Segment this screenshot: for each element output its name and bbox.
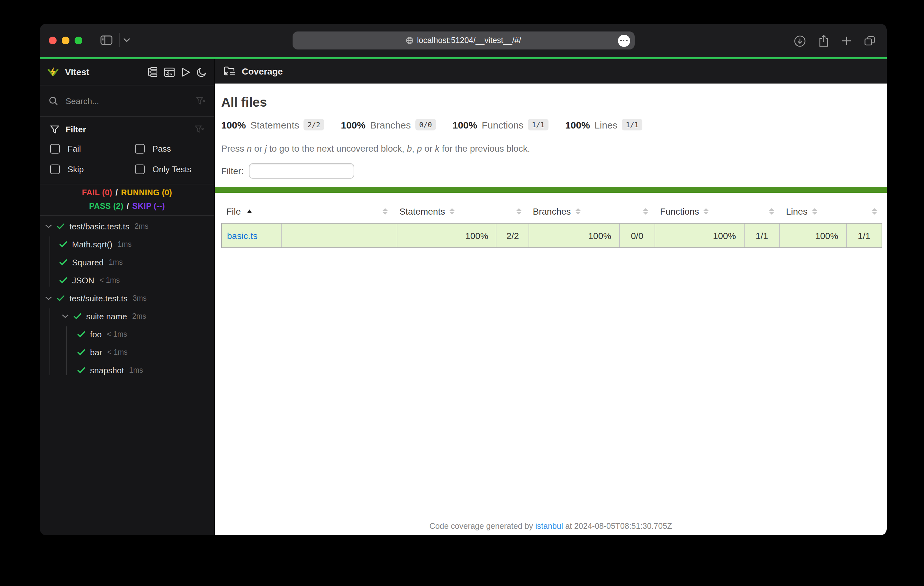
tree-item-test[interactable]: bar < 1ms bbox=[40, 343, 214, 361]
pass-check-icon bbox=[77, 331, 86, 337]
clear-filter-icon[interactable] bbox=[195, 125, 204, 133]
tree-item-test[interactable]: snapshot 1ms bbox=[40, 361, 214, 379]
stat-fraction-badge: 1/1 bbox=[528, 119, 548, 130]
stat-fraction-badge: 0/0 bbox=[416, 119, 436, 130]
downloads-icon[interactable] bbox=[794, 35, 806, 46]
checkbox-icon bbox=[50, 164, 60, 174]
pass-check-icon bbox=[59, 277, 68, 283]
tree-item-file[interactable]: test/basic.test.ts 2ms bbox=[40, 217, 214, 235]
sidebar-header: Vitest bbox=[40, 59, 214, 86]
tree-item-test[interactable]: Math.sqrt() 1ms bbox=[40, 235, 214, 253]
stat-percent: 100% bbox=[221, 119, 246, 130]
report-heading: All files bbox=[221, 95, 887, 110]
dashboard-icon[interactable] bbox=[164, 67, 175, 77]
chevron-down-icon[interactable] bbox=[45, 296, 52, 300]
tree-item-time: 1ms bbox=[129, 366, 143, 374]
tree-item-test[interactable]: foo < 1ms bbox=[40, 325, 214, 343]
tree-item-time: 1ms bbox=[109, 258, 122, 266]
pass-check-icon bbox=[59, 259, 68, 265]
tree-item-test[interactable]: JSON < 1ms bbox=[40, 271, 214, 289]
new-tab-icon[interactable] bbox=[842, 36, 851, 46]
istanbul-link[interactable]: istanbul bbox=[535, 522, 563, 531]
vitest-logo-icon bbox=[48, 66, 58, 77]
filter-section-title: Filter bbox=[66, 124, 188, 134]
sort-icon[interactable] bbox=[812, 208, 817, 215]
checkbox-label: Only Tests bbox=[152, 164, 191, 174]
search-input[interactable] bbox=[64, 95, 190, 106]
column-header-statements[interactable]: Statements bbox=[393, 206, 493, 217]
file-link[interactable]: basic.ts bbox=[222, 230, 257, 240]
column-header-functions[interactable]: Functions bbox=[653, 206, 743, 217]
run-all-icon[interactable] bbox=[182, 67, 190, 77]
tree-item-test[interactable]: Squared 1ms bbox=[40, 253, 214, 271]
coverage-table-header: File Statements bbox=[221, 204, 882, 219]
globe-icon bbox=[406, 37, 413, 44]
filter-funnel-icon bbox=[50, 125, 59, 133]
address-bar[interactable]: localhost:51204/__vitest__/#/ bbox=[292, 31, 634, 49]
tree-view-icon[interactable] bbox=[147, 67, 158, 77]
column-header-statements-raw[interactable] bbox=[493, 208, 526, 215]
sort-icon[interactable] bbox=[703, 208, 709, 215]
chevron-down-icon[interactable] bbox=[62, 314, 69, 318]
tree-item-label: test/suite.test.ts bbox=[40, 293, 128, 303]
checkbox-icon bbox=[135, 164, 145, 174]
column-header-lines-raw[interactable] bbox=[846, 208, 883, 215]
checkbox-label: Skip bbox=[68, 164, 84, 174]
url-text: localhost:51204/__vitest__/#/ bbox=[417, 36, 521, 45]
coverage-report: All files 100% Statements 2/2 100% Branc… bbox=[215, 84, 887, 535]
filter-checkbox-only-tests[interactable]: Only Tests bbox=[135, 161, 204, 177]
pass-count: PASS (2) bbox=[89, 202, 124, 211]
statements-raw-cell: 2/2 bbox=[497, 224, 530, 247]
skip-count: SKIP (--) bbox=[132, 202, 165, 211]
column-header-lines[interactable]: Lines bbox=[780, 206, 846, 217]
checkbox-icon bbox=[135, 143, 145, 153]
sort-icon[interactable] bbox=[872, 208, 877, 215]
stat-percent: 100% bbox=[341, 119, 366, 130]
app-title: Vitest bbox=[65, 67, 147, 77]
functions-pct-cell: 100% bbox=[655, 224, 744, 247]
tab-overview-icon[interactable] bbox=[864, 36, 875, 46]
column-header-functions-raw[interactable] bbox=[743, 208, 780, 215]
pass-check-icon bbox=[56, 295, 65, 301]
column-header-branches-raw[interactable] bbox=[617, 208, 653, 215]
filter-checkbox-fail[interactable]: Fail bbox=[50, 140, 135, 157]
sort-icon[interactable] bbox=[576, 208, 581, 215]
pass-check-icon bbox=[77, 367, 86, 373]
coverage-chart-cell bbox=[282, 224, 398, 247]
column-header-chart[interactable] bbox=[288, 208, 393, 215]
page-settings-button[interactable] bbox=[618, 35, 630, 46]
sort-icon[interactable] bbox=[383, 208, 388, 215]
tree-item-suite[interactable]: suite name 2ms bbox=[40, 307, 214, 325]
lines-pct-cell: 100% bbox=[780, 224, 846, 247]
sort-icon[interactable] bbox=[449, 208, 455, 215]
close-window-button[interactable] bbox=[49, 37, 56, 44]
sort-icon[interactable] bbox=[769, 208, 774, 215]
minimize-window-button[interactable] bbox=[62, 37, 69, 44]
page-title: Coverage bbox=[242, 66, 283, 76]
zoom-window-button[interactable] bbox=[74, 37, 82, 44]
dark-mode-icon[interactable] bbox=[197, 67, 206, 77]
coverage-header: Coverage bbox=[215, 59, 887, 84]
pass-check-icon bbox=[77, 349, 86, 356]
sort-icon[interactable] bbox=[516, 208, 521, 215]
sidebar-chevron-icon[interactable] bbox=[124, 38, 130, 42]
stat-percent: 100% bbox=[453, 119, 477, 130]
tree-item-label: suite name bbox=[40, 311, 127, 321]
browser-toolbar: localhost:51204/__vitest__/#/ bbox=[40, 24, 887, 57]
tree-item-file[interactable]: test/suite.test.ts 3ms bbox=[40, 289, 214, 307]
stat-fraction-badge: 1/1 bbox=[622, 119, 643, 130]
column-header-file[interactable]: File bbox=[221, 206, 288, 217]
filter-checkbox-skip[interactable]: Skip bbox=[50, 161, 135, 177]
chevron-down-icon[interactable] bbox=[45, 224, 52, 229]
tree-item-time: 3ms bbox=[133, 294, 147, 302]
checkbox-label: Fail bbox=[68, 143, 81, 153]
tree-item-label: test/basic.test.ts bbox=[40, 221, 129, 231]
sidebar-toggle-icon[interactable] bbox=[100, 35, 112, 44]
file-filter-input[interactable] bbox=[249, 163, 354, 179]
share-icon[interactable] bbox=[818, 35, 829, 47]
column-header-branches[interactable]: Branches bbox=[526, 206, 617, 217]
coverage-table: File Statements bbox=[221, 204, 882, 248]
filter-checkbox-pass[interactable]: Pass bbox=[135, 140, 204, 157]
sort-icon[interactable] bbox=[644, 208, 648, 215]
clear-search-filter-icon[interactable] bbox=[196, 97, 205, 105]
